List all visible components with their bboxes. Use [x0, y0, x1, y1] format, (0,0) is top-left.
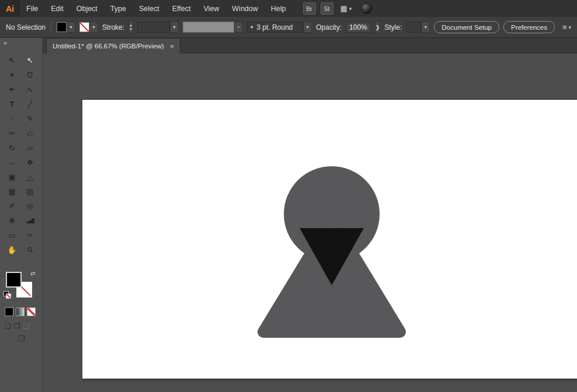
type-tool[interactable]: T — [3, 97, 21, 111]
color-mode-row — [5, 307, 36, 316]
width-profile-select: ▾ — [183, 22, 243, 33]
stroke-color-control[interactable]: ▾ — [79, 22, 98, 33]
menu-item-select[interactable]: Select — [133, 0, 166, 17]
tools-panel: « ↖↖✶℧✒∿T╱○✎✏◇↻▱↔✥▣△▦▤✐◎❋▃▅█▭✂✋⚲ ⇄ ❏ ❐ ❑… — [0, 38, 43, 392]
menu-item-type[interactable]: Type — [104, 0, 133, 17]
direct-selection-tool[interactable]: ↖ — [21, 53, 39, 68]
document-tab-bar: Untitled-1* @ 66.67% (RGB/Preview) × — [43, 38, 577, 54]
stepper-down-icon[interactable]: ▼ — [129, 27, 133, 32]
chevron-down-icon: ▾ — [349, 6, 352, 12]
fill-color-indicator[interactable] — [6, 272, 22, 288]
chevron-down-icon: ▾ — [569, 24, 572, 30]
brush-definition-select[interactable]: • 3 pt. Round ▾ — [247, 22, 312, 33]
opacity-label: Opacity: — [316, 23, 342, 32]
selection-status: No Selection — [6, 23, 46, 32]
pencil-tool[interactable]: ✏ — [3, 126, 21, 141]
chevron-down-icon[interactable]: ▾ — [170, 22, 179, 33]
fill-stroke-indicator: ⇄ — [6, 272, 39, 304]
menu-bar: Ai File Edit Object Type Select Effect V… — [0, 0, 577, 18]
none-button[interactable] — [27, 307, 36, 316]
stepper-up-icon[interactable]: ▲ — [129, 23, 133, 27]
chevron-down-icon[interactable]: ▾ — [421, 22, 430, 33]
symbol-sprayer-tool[interactable]: ❋ — [3, 214, 21, 228]
cs-live-icon[interactable] — [361, 3, 372, 14]
panel-collapse-button[interactable]: « — [4, 39, 7, 46]
menu-item-help[interactable]: Help — [265, 0, 293, 17]
opacity-flyout-button[interactable]: ❯ — [375, 21, 381, 33]
width-tool[interactable]: ↔ — [3, 155, 21, 170]
curvature-tool[interactable]: ∿ — [21, 82, 39, 97]
pen-tool[interactable]: ✒ — [3, 82, 21, 97]
default-fill-stroke-icon[interactable] — [4, 291, 11, 298]
align-panel-button[interactable]: ≡ ▾ — [562, 23, 571, 32]
line-segment-tool[interactable]: ╱ — [21, 97, 39, 111]
preferences-button[interactable]: Preferences — [503, 21, 555, 33]
hand-tool[interactable]: ✋ — [3, 243, 21, 257]
paintbrush-tool[interactable]: ✎ — [21, 111, 39, 126]
swap-fill-stroke-icon[interactable]: ⇄ — [30, 270, 35, 276]
scale-tool[interactable]: ▱ — [21, 141, 39, 155]
canvas-pasteboard[interactable] — [43, 54, 577, 392]
close-icon[interactable]: × — [170, 43, 175, 50]
color-button[interactable] — [5, 307, 13, 316]
workspace-icon: ▦ — [340, 4, 347, 13]
brush-definition-value[interactable]: • 3 pt. Round — [247, 22, 303, 33]
selection-tool[interactable]: ↖ — [3, 53, 21, 68]
menu-item-file[interactable]: File — [20, 0, 44, 17]
stroke-label: Stroke: — [102, 23, 124, 32]
chevron-down-icon[interactable]: ▾ — [89, 22, 98, 33]
shape-builder-tool[interactable]: ▣ — [3, 170, 21, 184]
menu-item-view[interactable]: View — [197, 0, 225, 17]
lasso-tool[interactable]: ℧ — [21, 68, 39, 82]
magic-wand-tool[interactable]: ✶ — [3, 68, 21, 82]
artboard-tool[interactable]: ▭ — [3, 228, 21, 243]
draw-normal-button[interactable]: ❏ — [5, 322, 11, 330]
width-profile-value — [183, 22, 234, 33]
menu-item-window[interactable]: Window — [225, 0, 264, 17]
opacity-input[interactable]: 100% — [346, 22, 371, 33]
fill-color-control[interactable]: ▾ — [57, 22, 75, 33]
artboard[interactable] — [82, 99, 577, 379]
screen-mode-icon: ❒ — [18, 334, 25, 343]
blend-tool[interactable]: ◎ — [21, 199, 39, 214]
stroke-weight-stepper[interactable]: ▲ ▼ — [128, 21, 133, 34]
draw-behind-button[interactable]: ❐ — [14, 322, 20, 330]
stock-button[interactable]: St — [321, 2, 333, 15]
chevron-down-icon[interactable]: ▾ — [303, 22, 312, 33]
draw-mode-row: ❏ ❐ ❑ — [5, 322, 29, 330]
draw-inside-button[interactable]: ❑ — [23, 322, 30, 330]
mesh-tool[interactable]: ▦ — [3, 184, 21, 199]
artwork — [82, 100, 577, 379]
document-tab[interactable]: Untitled-1* @ 66.67% (RGB/Preview) × — [46, 38, 180, 54]
screen-mode-button[interactable]: ❒ — [0, 334, 43, 343]
rotate-tool[interactable]: ↻ — [3, 141, 21, 155]
fill-color-swatch[interactable] — [57, 22, 67, 32]
workspace-switcher-button[interactable]: ▦ ▾ — [338, 3, 354, 14]
document-setup-button[interactable]: Document Setup — [434, 21, 499, 33]
control-bar: No Selection ▾ ▾ Stroke: ▲ ▼ ▾ ▾ • 3 pt.… — [0, 17, 577, 38]
stroke-weight-select[interactable]: ▾ — [137, 22, 179, 33]
eyedropper-tool[interactable]: ✐ — [3, 199, 21, 214]
stroke-color-swatch[interactable] — [79, 22, 89, 32]
eraser-tool[interactable]: ◇ — [21, 126, 39, 141]
style-select[interactable]: ▾ — [406, 22, 430, 33]
gradient-button[interactable] — [16, 307, 25, 316]
gradient-tool[interactable]: ▤ — [21, 184, 39, 199]
style-value[interactable] — [406, 22, 421, 33]
brush-bullet-icon: • — [251, 23, 253, 32]
bridge-button[interactable]: Br — [303, 2, 316, 15]
menu-item-effect[interactable]: Effect — [166, 0, 197, 17]
menu-item-object[interactable]: Object — [70, 0, 104, 17]
perspective-grid-tool[interactable]: △ — [21, 170, 39, 184]
app-logo[interactable]: Ai — [0, 0, 20, 17]
stroke-weight-value[interactable] — [137, 22, 170, 33]
align-icon: ≡ — [562, 23, 567, 32]
default-stroke-square — [6, 293, 11, 299]
free-transform-tool[interactable]: ✥ — [21, 155, 39, 170]
style-label: Style: — [384, 23, 402, 32]
chevron-down-icon[interactable]: ▾ — [67, 22, 75, 33]
chevron-down-icon: ▾ — [234, 22, 243, 33]
ellipse-tool[interactable]: ○ — [3, 111, 21, 126]
menu-item-edit[interactable]: Edit — [44, 0, 70, 17]
column-graph-tool[interactable]: ▃▅█ — [21, 214, 39, 228]
